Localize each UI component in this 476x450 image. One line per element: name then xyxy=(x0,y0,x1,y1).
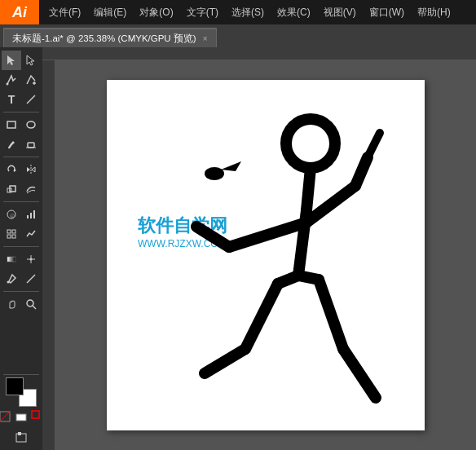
tool-separator-5 xyxy=(3,291,39,292)
svg-line-30 xyxy=(33,306,36,309)
tool-row-grid xyxy=(0,224,42,244)
menu-text[interactable]: 文字(T) xyxy=(180,0,225,24)
none-icon[interactable] xyxy=(0,409,12,424)
svg-rect-17 xyxy=(7,230,11,233)
main-layout: T xyxy=(0,47,476,450)
left-toolbar: T xyxy=(0,47,42,450)
svg-rect-6 xyxy=(28,143,34,148)
tool-pen-add[interactable] xyxy=(21,70,41,90)
tool-row-type: T xyxy=(0,90,42,109)
tool-eyedropper[interactable] xyxy=(2,269,21,289)
tool-graph[interactable] xyxy=(21,205,41,224)
tool-direct-select[interactable] xyxy=(21,51,41,70)
svg-rect-4 xyxy=(7,121,15,128)
canvas-with-ruler: 软件自学网 WWW.RJZXW.COM xyxy=(42,60,476,450)
tool-mesh[interactable] xyxy=(21,249,41,269)
tool-type[interactable]: T xyxy=(2,90,21,109)
svg-text:☺: ☺ xyxy=(9,212,15,219)
tool-measure[interactable] xyxy=(21,269,41,289)
svg-rect-14 xyxy=(27,215,29,218)
tool-row-gradient xyxy=(0,249,42,269)
color-boxes xyxy=(6,377,37,407)
color-icons-row xyxy=(0,409,42,424)
menu-object[interactable]: 对象(O) xyxy=(133,0,179,24)
stick-figure xyxy=(139,96,392,422)
tool-separator-2 xyxy=(3,157,39,157)
fill-color[interactable] xyxy=(6,377,24,395)
svg-line-28 xyxy=(33,275,35,276)
menu-effect[interactable]: 效果(C) xyxy=(271,0,317,24)
svg-point-29 xyxy=(27,300,33,307)
menu-edit[interactable]: 编辑(E) xyxy=(87,0,133,24)
tool-zoom[interactable] xyxy=(21,294,41,314)
tool-scale[interactable] xyxy=(2,179,21,199)
tool-row-shape xyxy=(0,115,42,135)
tool-artboard[interactable] xyxy=(11,427,31,447)
tool-rotate[interactable] xyxy=(2,160,21,179)
canvas-area: 软件自学网 WWW.RJZXW.COM xyxy=(42,47,476,450)
tool-chart2[interactable] xyxy=(21,224,41,244)
tool-brush[interactable] xyxy=(2,135,21,154)
horizontal-ruler xyxy=(42,47,476,60)
svg-point-25 xyxy=(7,281,10,284)
tool-row-symbol: ☺ xyxy=(0,205,42,224)
tool-rect[interactable] xyxy=(2,115,21,135)
tool-row-scale xyxy=(0,179,42,199)
svg-marker-1 xyxy=(27,55,34,65)
menu-select[interactable]: 选择(S) xyxy=(225,0,271,24)
tool-select[interactable] xyxy=(2,51,21,70)
svg-line-49 xyxy=(343,349,376,398)
svg-point-5 xyxy=(27,121,35,128)
svg-rect-19 xyxy=(7,235,11,238)
tool-row-hand xyxy=(0,294,42,314)
canvas-container[interactable]: 软件自学网 WWW.RJZXW.COM xyxy=(55,60,476,450)
white-icon[interactable] xyxy=(14,409,29,424)
svg-line-27 xyxy=(27,281,29,283)
tool-row-bottom xyxy=(0,427,42,447)
svg-line-32 xyxy=(0,412,10,421)
svg-line-47 xyxy=(205,349,245,373)
tool-row-brush xyxy=(0,135,42,154)
tool-row-pen xyxy=(0,70,42,90)
tool-reflect[interactable] xyxy=(21,160,41,179)
menu-bar: 文件(F) 编辑(E) 对象(O) 文字(T) 选择(S) 效果(C) 视图(V… xyxy=(39,0,476,24)
tab-label: 未标题-1.ai* @ 235.38% (CMYK/GPU 预览) xyxy=(12,33,196,45)
svg-line-38 xyxy=(306,168,311,210)
tool-pen[interactable] xyxy=(2,70,21,90)
svg-rect-18 xyxy=(12,230,15,233)
svg-line-41 xyxy=(355,157,368,186)
tool-warp[interactable] xyxy=(21,179,41,199)
menu-file[interactable]: 文件(F) xyxy=(42,0,87,24)
tool-separator-4 xyxy=(3,246,39,247)
menu-help[interactable]: 帮助(H) xyxy=(411,0,457,24)
svg-rect-34 xyxy=(32,411,39,418)
tool-symbol[interactable]: ☺ xyxy=(2,205,21,224)
tool-grid[interactable] xyxy=(2,224,21,244)
svg-rect-15 xyxy=(30,213,32,218)
svg-line-3 xyxy=(27,95,35,104)
svg-line-46 xyxy=(245,284,278,349)
title-bar: Ai 文件(F) 编辑(E) 对象(O) 文字(T) 选择(S) 效果(C) 视… xyxy=(0,0,476,24)
tool-hand[interactable] xyxy=(2,294,21,314)
tab-active[interactable]: 未标题-1.ai* @ 235.38% (CMYK/GPU 预览) × xyxy=(3,28,217,47)
tool-separator-3 xyxy=(3,201,39,202)
tab-close-button[interactable]: × xyxy=(203,34,208,43)
color-section xyxy=(0,372,42,450)
tool-eraser[interactable] xyxy=(21,135,41,154)
svg-rect-16 xyxy=(33,210,35,218)
tab-bar: 未标题-1.ai* @ 235.38% (CMYK/GPU 预览) × xyxy=(0,24,476,47)
tool-gradient[interactable] xyxy=(2,249,21,269)
svg-rect-20 xyxy=(12,235,15,238)
tool-ellipse[interactable] xyxy=(21,115,41,135)
svg-line-48 xyxy=(319,280,343,349)
color-separator xyxy=(3,374,39,375)
swap-colors-icon[interactable] xyxy=(30,409,42,424)
svg-point-2 xyxy=(7,83,9,86)
menu-view[interactable]: 视图(V) xyxy=(317,0,363,24)
tool-line[interactable] xyxy=(21,90,41,109)
app-logo: Ai xyxy=(0,0,39,24)
menu-window[interactable]: 窗口(W) xyxy=(363,0,411,24)
vertical-ruler xyxy=(42,60,55,450)
svg-line-50 xyxy=(368,133,380,157)
svg-marker-0 xyxy=(7,55,15,65)
